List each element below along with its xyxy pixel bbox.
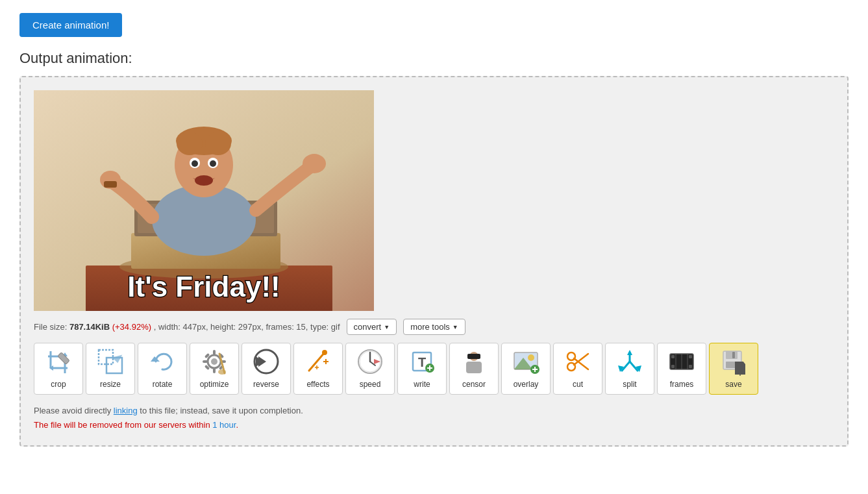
svg-point-10 [177, 132, 203, 155]
tool-effects[interactable]: effects [293, 343, 343, 395]
optimize-icon [199, 346, 230, 377]
svg-point-18 [303, 154, 326, 173]
svg-rect-64 [466, 362, 482, 373]
svg-point-48 [322, 350, 327, 355]
tool-crop[interactable]: crop [34, 343, 83, 395]
tool-rotate-label: rotate [153, 380, 173, 389]
tool-save[interactable]: save [709, 343, 758, 395]
tool-split[interactable]: split [605, 343, 654, 395]
save-icon [718, 346, 749, 377]
tool-resize[interactable]: resize [86, 343, 135, 395]
svg-point-15 [210, 160, 216, 167]
tool-resize-label: resize [100, 380, 121, 389]
gif-person-svg: It's Friday!! [34, 90, 374, 311]
svg-point-68 [528, 354, 534, 361]
svg-rect-88 [689, 365, 692, 368]
crop-icon [43, 346, 74, 377]
svg-rect-36 [203, 360, 208, 363]
tools-row: crop resize [34, 343, 834, 395]
svg-rect-86 [671, 365, 675, 368]
notice-area: Please avoid directly linking to this fi… [34, 404, 834, 432]
write-icon: T [406, 346, 438, 377]
svg-rect-35 [213, 368, 216, 373]
notice-hour: 1 hour [212, 420, 236, 430]
tool-frames[interactable]: frames [657, 343, 706, 395]
tool-crop-label: crop [51, 380, 66, 389]
tool-write-label: write [414, 380, 430, 389]
tool-optimize[interactable]: optimize [190, 343, 239, 395]
svg-rect-94 [732, 352, 735, 358]
svg-point-43 [218, 369, 226, 375]
tool-rotate[interactable]: rotate [138, 343, 187, 395]
tool-cut[interactable]: cut [553, 343, 602, 395]
svg-marker-80 [627, 350, 632, 355]
svg-point-14 [192, 160, 198, 167]
tool-write[interactable]: T write [397, 343, 447, 395]
tool-censor[interactable]: censor [449, 343, 499, 395]
resize-icon [95, 346, 126, 377]
tool-cut-label: cut [573, 380, 583, 389]
svg-line-78 [622, 362, 630, 371]
tool-frames-label: frames [670, 380, 694, 389]
notice-line1-suffix: to this file; instead, save it upon comp… [138, 406, 303, 415]
tool-speed[interactable]: speed [345, 343, 395, 395]
svg-point-33 [211, 358, 217, 365]
create-animation-button[interactable]: Create animation! [19, 13, 122, 37]
svg-point-11 [205, 132, 231, 155]
svg-marker-96 [736, 365, 744, 376]
file-size-label: File size: 787.14KiB (+34.92%) , width: … [34, 322, 340, 332]
split-icon [614, 346, 645, 377]
speed-icon [354, 346, 386, 377]
gif-preview: It's Friday!! [34, 90, 374, 311]
file-info-row: File size: 787.14KiB (+34.92%) , width: … [34, 319, 834, 335]
svg-rect-85 [671, 355, 675, 358]
tool-overlay-label: overlay [514, 380, 539, 389]
file-size-value: 787.14KiB [69, 322, 110, 332]
svg-rect-29 [106, 358, 122, 373]
cut-icon [562, 346, 593, 377]
tool-effects-label: effects [306, 380, 329, 389]
censor-icon [458, 346, 490, 377]
tool-censor-label: censor [462, 380, 486, 389]
svg-rect-93 [726, 351, 738, 359]
svg-text:T: T [418, 355, 426, 369]
reverse-icon [251, 346, 282, 377]
svg-rect-19 [104, 181, 117, 188]
svg-line-79 [630, 362, 638, 371]
svg-point-16 [195, 175, 213, 186]
svg-rect-95 [726, 362, 739, 368]
svg-rect-34 [213, 350, 216, 355]
svg-rect-87 [689, 355, 692, 358]
tool-overlay[interactable]: overlay [501, 343, 551, 395]
notice-link[interactable]: linking [114, 406, 138, 415]
svg-rect-27 [58, 352, 69, 364]
overlay-icon [510, 346, 541, 377]
tool-reverse-label: reverse [253, 380, 279, 389]
tool-split-label: split [623, 380, 636, 389]
notice-line1-prefix: Please avoid directly [34, 406, 114, 415]
convert-button[interactable]: convert [347, 319, 397, 335]
svg-text:It's Friday!!: It's Friday!! [127, 271, 280, 303]
tool-optimize-label: optimize [200, 380, 229, 389]
svg-rect-65 [467, 354, 480, 359]
output-title: Output animation: [19, 50, 849, 67]
notice-line2-prefix: The file will be removed from our server… [34, 420, 212, 430]
frames-icon [666, 346, 697, 377]
more-tools-button[interactable]: more tools [403, 319, 465, 335]
rotate-icon [147, 346, 178, 377]
tool-speed-label: speed [360, 380, 381, 389]
tool-reverse[interactable]: reverse [242, 343, 291, 395]
file-size-change: (+34.92%) [112, 322, 151, 332]
tool-save-label: save [725, 380, 741, 389]
effects-icon [303, 346, 334, 377]
output-container: It's Friday!! File size: 787.14KiB (+34.… [19, 76, 849, 447]
